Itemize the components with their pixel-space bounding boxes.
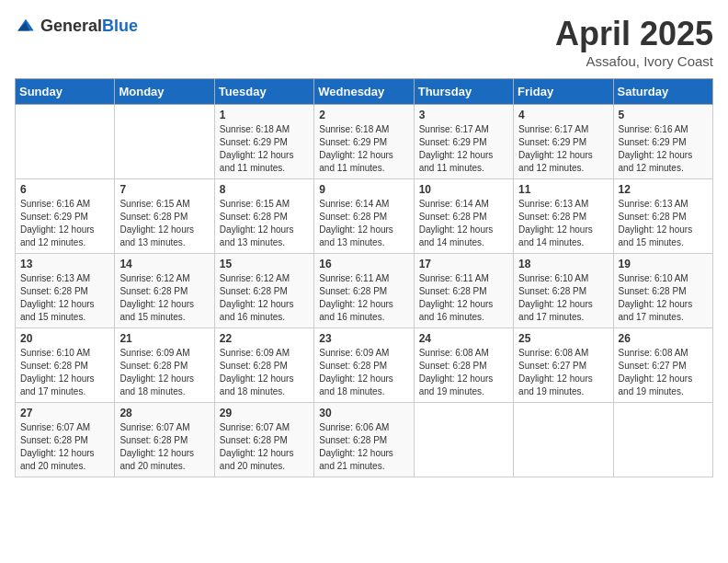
calendar-cell: 16Sunrise: 6:11 AM Sunset: 6:28 PM Dayli…: [314, 254, 414, 328]
day-number: 15: [220, 258, 309, 270]
day-info: Sunrise: 6:15 AM Sunset: 6:28 PM Dayligh…: [220, 198, 309, 249]
calendar-week-row: 27Sunrise: 6:07 AM Sunset: 6:28 PM Dayli…: [16, 403, 713, 477]
day-number: 2: [319, 109, 408, 121]
day-number: 18: [518, 258, 608, 270]
calendar-cell: 14Sunrise: 6:12 AM Sunset: 6:28 PM Dayli…: [115, 254, 214, 328]
day-info: Sunrise: 6:13 AM Sunset: 6:28 PM Dayligh…: [20, 272, 109, 324]
calendar-cell: 2Sunrise: 6:18 AM Sunset: 6:29 PM Daylig…: [314, 105, 414, 179]
day-info: Sunrise: 6:17 AM Sunset: 6:29 PM Dayligh…: [518, 123, 608, 175]
weekday-header: Friday: [514, 79, 613, 105]
calendar-cell: 30Sunrise: 6:06 AM Sunset: 6:28 PM Dayli…: [314, 403, 414, 477]
day-info: Sunrise: 6:15 AM Sunset: 6:28 PM Dayligh…: [119, 198, 209, 249]
day-number: 24: [419, 332, 508, 345]
day-info: Sunrise: 6:11 AM Sunset: 6:28 PM Dayligh…: [419, 272, 508, 324]
calendar-cell: 22Sunrise: 6:09 AM Sunset: 6:28 PM Dayli…: [214, 328, 313, 403]
weekday-header: Monday: [115, 79, 214, 105]
calendar-cell: 12Sunrise: 6:13 AM Sunset: 6:28 PM Dayli…: [613, 179, 712, 254]
day-info: Sunrise: 6:09 AM Sunset: 6:28 PM Dayligh…: [119, 347, 209, 398]
calendar-cell: 9Sunrise: 6:14 AM Sunset: 6:28 PM Daylig…: [314, 179, 414, 254]
calendar-cell: 27Sunrise: 6:07 AM Sunset: 6:28 PM Dayli…: [16, 403, 115, 477]
calendar-cell: 20Sunrise: 6:10 AM Sunset: 6:28 PM Dayli…: [16, 328, 115, 403]
day-info: Sunrise: 6:07 AM Sunset: 6:28 PM Dayligh…: [119, 421, 209, 473]
day-number: 23: [319, 332, 408, 345]
day-info: Sunrise: 6:10 AM Sunset: 6:28 PM Dayligh…: [20, 347, 109, 398]
header: GeneralBlue April 2025 Assafou, Ivory Co…: [15, 15, 713, 69]
day-number: 11: [518, 183, 608, 196]
day-number: 16: [319, 258, 408, 270]
calendar-header: SundayMondayTuesdayWednesdayThursdayFrid…: [16, 79, 713, 105]
day-info: Sunrise: 6:08 AM Sunset: 6:27 PM Dayligh…: [619, 347, 708, 398]
day-number: 17: [419, 258, 508, 270]
calendar-cell: 29Sunrise: 6:07 AM Sunset: 6:28 PM Dayli…: [214, 403, 313, 477]
day-info: Sunrise: 6:07 AM Sunset: 6:28 PM Dayligh…: [20, 421, 109, 473]
calendar-cell: 28Sunrise: 6:07 AM Sunset: 6:28 PM Dayli…: [115, 403, 214, 477]
calendar-cell: 23Sunrise: 6:09 AM Sunset: 6:28 PM Dayli…: [314, 328, 414, 403]
day-number: 26: [619, 332, 708, 345]
weekday-header: Thursday: [414, 79, 513, 105]
day-number: 8: [220, 183, 309, 196]
calendar-table: SundayMondayTuesdayWednesdayThursdayFrid…: [15, 78, 713, 477]
logo-icon: [15, 15, 37, 37]
calendar-cell: 5Sunrise: 6:16 AM Sunset: 6:29 PM Daylig…: [613, 105, 712, 179]
day-info: Sunrise: 6:10 AM Sunset: 6:28 PM Dayligh…: [619, 272, 708, 324]
day-number: 30: [319, 407, 408, 419]
calendar-cell: 6Sunrise: 6:16 AM Sunset: 6:29 PM Daylig…: [16, 179, 115, 254]
calendar-cell: 19Sunrise: 6:10 AM Sunset: 6:28 PM Dayli…: [613, 254, 712, 328]
day-info: Sunrise: 6:16 AM Sunset: 6:29 PM Dayligh…: [20, 198, 109, 249]
calendar-week-row: 1Sunrise: 6:18 AM Sunset: 6:29 PM Daylig…: [16, 105, 713, 179]
calendar-cell: [16, 105, 115, 179]
day-info: Sunrise: 6:10 AM Sunset: 6:28 PM Dayligh…: [518, 272, 608, 324]
day-number: 10: [419, 183, 508, 196]
calendar-cell: 17Sunrise: 6:11 AM Sunset: 6:28 PM Dayli…: [414, 254, 513, 328]
day-info: Sunrise: 6:08 AM Sunset: 6:28 PM Dayligh…: [419, 347, 508, 398]
calendar-week-row: 6Sunrise: 6:16 AM Sunset: 6:29 PM Daylig…: [16, 179, 713, 254]
calendar-cell: 8Sunrise: 6:15 AM Sunset: 6:28 PM Daylig…: [214, 179, 313, 254]
day-info: Sunrise: 6:12 AM Sunset: 6:28 PM Dayligh…: [220, 272, 309, 324]
logo: GeneralBlue: [15, 15, 138, 37]
day-info: Sunrise: 6:13 AM Sunset: 6:28 PM Dayligh…: [518, 198, 608, 249]
day-number: 9: [319, 183, 408, 196]
day-number: 27: [20, 407, 109, 419]
calendar-cell: 7Sunrise: 6:15 AM Sunset: 6:28 PM Daylig…: [115, 179, 214, 254]
calendar-cell: 26Sunrise: 6:08 AM Sunset: 6:27 PM Dayli…: [613, 328, 712, 403]
calendar-cell: 11Sunrise: 6:13 AM Sunset: 6:28 PM Dayli…: [514, 179, 613, 254]
calendar-cell: 3Sunrise: 6:17 AM Sunset: 6:29 PM Daylig…: [414, 105, 513, 179]
weekday-header: Wednesday: [314, 79, 414, 105]
calendar-cell: 25Sunrise: 6:08 AM Sunset: 6:27 PM Dayli…: [514, 328, 613, 403]
day-info: Sunrise: 6:09 AM Sunset: 6:28 PM Dayligh…: [220, 347, 309, 398]
day-number: 22: [220, 332, 309, 345]
weekday-header: Sunday: [16, 79, 115, 105]
day-number: 7: [119, 183, 209, 196]
day-number: 21: [119, 332, 209, 345]
day-number: 25: [518, 332, 608, 345]
day-number: 19: [619, 258, 708, 270]
day-number: 6: [20, 183, 109, 196]
day-info: Sunrise: 6:14 AM Sunset: 6:28 PM Dayligh…: [319, 198, 408, 249]
calendar-cell: 1Sunrise: 6:18 AM Sunset: 6:29 PM Daylig…: [214, 105, 313, 179]
day-info: Sunrise: 6:09 AM Sunset: 6:28 PM Dayligh…: [319, 347, 408, 398]
day-number: 28: [119, 407, 209, 419]
day-number: 13: [20, 258, 109, 270]
title-area: April 2025 Assafou, Ivory Coast: [555, 15, 713, 69]
logo-general-text: General: [40, 17, 102, 35]
weekday-header-row: SundayMondayTuesdayWednesdayThursdayFrid…: [16, 79, 713, 105]
day-info: Sunrise: 6:18 AM Sunset: 6:29 PM Dayligh…: [319, 123, 408, 175]
day-number: 4: [518, 109, 608, 121]
weekday-header: Tuesday: [214, 79, 313, 105]
calendar-cell: 15Sunrise: 6:12 AM Sunset: 6:28 PM Dayli…: [214, 254, 313, 328]
calendar-cell: 21Sunrise: 6:09 AM Sunset: 6:28 PM Dayli…: [115, 328, 214, 403]
day-number: 14: [119, 258, 209, 270]
day-info: Sunrise: 6:08 AM Sunset: 6:27 PM Dayligh…: [518, 347, 608, 398]
calendar-subtitle: Assafou, Ivory Coast: [555, 53, 713, 69]
calendar-title: April 2025: [555, 15, 713, 53]
calendar-cell: [414, 403, 513, 477]
logo-blue-text: Blue: [102, 17, 138, 35]
calendar-cell: 13Sunrise: 6:13 AM Sunset: 6:28 PM Dayli…: [16, 254, 115, 328]
day-info: Sunrise: 6:17 AM Sunset: 6:29 PM Dayligh…: [419, 123, 508, 175]
day-number: 20: [20, 332, 109, 345]
day-info: Sunrise: 6:07 AM Sunset: 6:28 PM Dayligh…: [220, 421, 309, 473]
day-number: 5: [619, 109, 708, 121]
calendar-cell: 4Sunrise: 6:17 AM Sunset: 6:29 PM Daylig…: [514, 105, 613, 179]
day-info: Sunrise: 6:13 AM Sunset: 6:28 PM Dayligh…: [619, 198, 708, 249]
calendar-week-row: 13Sunrise: 6:13 AM Sunset: 6:28 PM Dayli…: [16, 254, 713, 328]
